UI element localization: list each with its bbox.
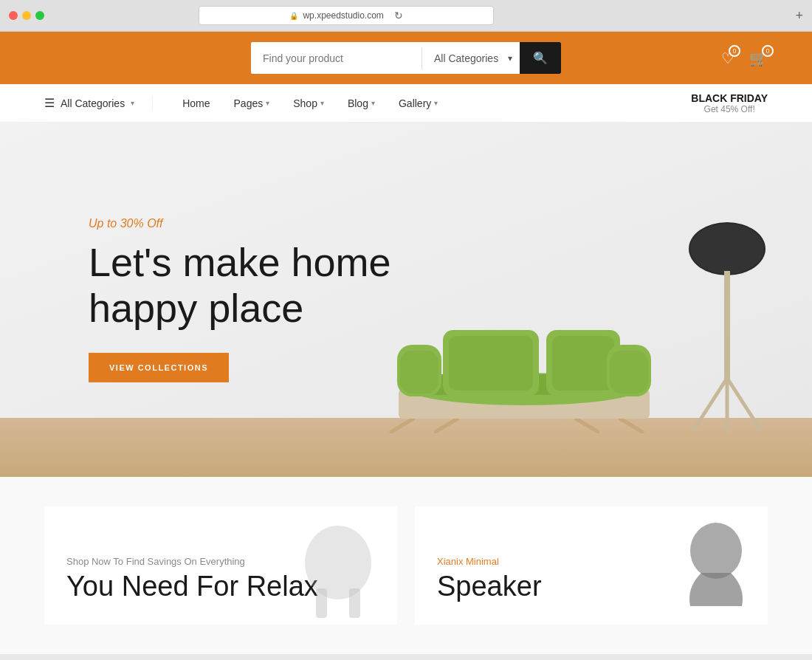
navbar: ☰ All Categories ▾ Home Pages ▾ Shop ▾ B… <box>0 84 812 123</box>
svg-line-0 <box>391 419 413 432</box>
nav-links: Home Pages ▾ Shop ▾ Blog ▾ Gallery ▾ <box>171 84 691 123</box>
promo-card-1: Shop Now To Find Savings On Everything Y… <box>44 506 397 625</box>
category-select[interactable]: All Categories Furniture Lighting Decor … <box>422 44 520 73</box>
black-friday-subtitle: Get 45% Off! <box>691 104 768 114</box>
hero-title: Let's make home happy place <box>89 239 391 331</box>
hero-content: Up to 30% Off Let's make home happy plac… <box>89 217 391 382</box>
wishlist-badge: 0 <box>729 45 740 57</box>
nav-item-pages[interactable]: Pages ▾ <box>222 84 282 123</box>
svg-rect-13 <box>400 351 438 393</box>
sofa-image <box>369 241 679 436</box>
svg-line-2 <box>576 419 598 432</box>
address-bar[interactable]: 🔒 wp.xpeedstudio.com ↻ <box>199 6 494 25</box>
category-wrapper: All Categories Furniture Lighting Decor … <box>422 44 520 73</box>
cart-badge: 0 <box>762 45 774 57</box>
search-input[interactable] <box>251 44 422 73</box>
svg-point-16 <box>690 224 764 274</box>
chevron-down-icon: ▾ <box>266 84 269 123</box>
nav-item-gallery[interactable]: Gallery ▾ <box>387 84 450 123</box>
search-button[interactable]: 🔍 <box>520 42 561 74</box>
all-categories-label: All Categories <box>61 97 125 109</box>
chair-silhouette <box>294 518 382 625</box>
chevron-down-icon: ▾ <box>320 84 324 123</box>
browser-chrome: 🔒 wp.xpeedstudio.com ↻ + <box>0 0 812 32</box>
search-bar: All Categories Furniture Lighting Decor … <box>251 42 561 74</box>
dot-yellow[interactable] <box>22 11 31 20</box>
search-icon: 🔍 <box>533 52 548 64</box>
svg-rect-22 <box>316 588 327 618</box>
svg-line-20 <box>727 378 760 430</box>
hamburger-icon: ☰ <box>44 96 55 110</box>
speaker-silhouette <box>679 521 753 620</box>
cart-button[interactable]: 🛒 0 <box>749 49 768 67</box>
lock-icon: 🔒 <box>289 12 298 20</box>
header-icons: ♡ 0 🛒 0 <box>721 49 768 67</box>
svg-point-21 <box>305 526 371 599</box>
black-friday-promo[interactable]: BLACK FRIDAY Get 45% Off! <box>691 92 768 114</box>
svg-rect-9 <box>449 336 533 391</box>
svg-rect-23 <box>349 588 360 618</box>
bottom-section: Shop Now To Find Savings On Everything Y… <box>0 477 812 654</box>
browser-dots <box>9 11 44 20</box>
nav-item-shop[interactable]: Shop ▾ <box>281 84 336 123</box>
refresh-button[interactable]: ↻ <box>394 10 403 21</box>
svg-line-18 <box>694 378 727 430</box>
chevron-down-icon: ▾ <box>434 84 438 123</box>
nav-item-blog[interactable]: Blog ▾ <box>336 84 387 123</box>
wishlist-button[interactable]: ♡ 0 <box>721 49 734 67</box>
svg-line-3 <box>620 419 642 432</box>
view-collections-button[interactable]: VIEW COLLECTIONS <box>89 353 229 382</box>
svg-rect-14 <box>610 351 648 393</box>
chevron-down-icon: ▾ <box>371 84 375 123</box>
website: All Categories Furniture Lighting Decor … <box>0 32 812 654</box>
new-tab-button[interactable]: + <box>795 8 803 24</box>
hero-subtitle: Up to 30% Off <box>89 217 391 230</box>
svg-line-1 <box>436 419 458 432</box>
url-text: wp.xpeedstudio.com <box>303 10 383 21</box>
all-categories-nav[interactable]: ☰ All Categories ▾ <box>44 96 153 110</box>
black-friday-title: BLACK FRIDAY <box>691 92 768 104</box>
dot-red[interactable] <box>9 11 18 20</box>
lamp-image <box>679 212 775 436</box>
promo-card-2: Xianix Minimal Speaker <box>415 506 768 625</box>
svg-point-24 <box>690 523 742 579</box>
header: All Categories Furniture Lighting Decor … <box>0 32 812 84</box>
svg-rect-10 <box>552 336 614 391</box>
chevron-down-icon: ▾ <box>131 99 134 107</box>
nav-item-home[interactable]: Home <box>171 84 221 123</box>
dot-green[interactable] <box>35 11 44 20</box>
hero-section: Up to 30% Off Let's make home happy plac… <box>0 123 812 477</box>
svg-rect-17 <box>724 271 730 382</box>
